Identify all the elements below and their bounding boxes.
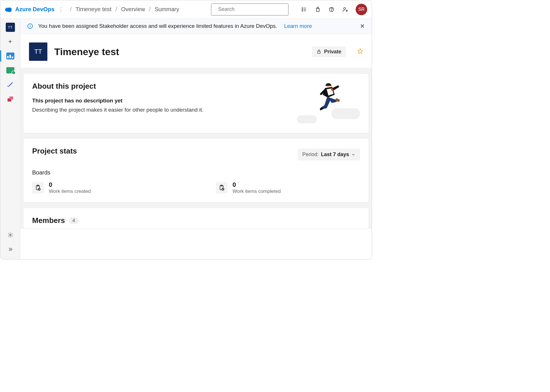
brand-link[interactable]: Azure DevOps: [15, 6, 55, 13]
breadcrumb-page[interactable]: Summary: [155, 6, 179, 13]
top-bar: Azure DevOps ⋮ / Timeneye test / Overvie…: [0, 0, 372, 19]
about-no-desc-title: This project has no description yet: [32, 98, 204, 104]
clipboard-check-icon: [216, 182, 227, 193]
svg-line-1: [215, 9, 215, 10]
sidebar-settings-button[interactable]: [6, 230, 15, 240]
stat-work-items-completed: 0 Work items completed: [216, 181, 281, 194]
user-avatar[interactable]: SR: [356, 4, 367, 15]
sidebar-project-tile[interactable]: TT: [6, 23, 15, 32]
azure-devops-logo-icon[interactable]: [5, 6, 12, 13]
svg-rect-13: [9, 96, 13, 100]
visibility-chip[interactable]: Private: [312, 46, 346, 57]
sidebar-item-pipelines[interactable]: [6, 80, 15, 89]
breadcrumb-project[interactable]: Timeneye test: [75, 6, 111, 13]
svg-point-4: [302, 9, 303, 10]
svg-point-17: [30, 25, 30, 25]
breadcrumb-separator: /: [149, 6, 151, 13]
marketplace-icon[interactable]: [314, 6, 321, 13]
breadcrumb: / Timeneye test / Overview / Summary: [70, 6, 179, 13]
about-hint: Describing the project makes it easier f…: [32, 107, 204, 113]
svg-point-0: [215, 9, 215, 9]
stats-heading: Project stats: [32, 147, 77, 156]
sidebar-item-artifacts[interactable]: [6, 94, 15, 104]
about-heading: About this project: [32, 82, 204, 91]
sidebar-expand-button[interactable]: [6, 245, 15, 254]
chevron-double-right-icon: [8, 247, 13, 252]
about-illustration: [294, 82, 360, 125]
boards-icon: ✓: [6, 67, 14, 73]
stat-label: Work items created: [49, 189, 91, 194]
period-dropdown[interactable]: Period: Last 7 days: [298, 149, 360, 160]
overview-icon: [6, 53, 14, 59]
svg-point-6: [302, 10, 303, 11]
clipboard-plus-icon: [32, 182, 44, 193]
breadcrumb-separator: /: [115, 6, 117, 13]
user-settings-icon[interactable]: [342, 6, 349, 13]
info-banner: You have been assigned Stakeholder acces…: [20, 19, 372, 34]
project-header: TT Timeneye test Private: [20, 34, 372, 68]
search-icon: [215, 7, 215, 12]
members-count-badge: 4: [69, 217, 78, 224]
period-value: Last 7 days: [321, 152, 349, 158]
help-icon[interactable]: [328, 6, 335, 13]
sidebar-item-overview[interactable]: [6, 51, 15, 61]
lock-icon: [317, 49, 321, 54]
breadcrumb-separator: /: [70, 6, 72, 13]
chevron-down-icon: [351, 153, 355, 157]
project-avatar: TT: [29, 42, 47, 61]
star-icon: [357, 48, 363, 54]
sidebar-item-boards[interactable]: ✓: [6, 66, 15, 75]
favorite-star-button[interactable]: [357, 48, 363, 55]
period-label: Period:: [302, 152, 319, 158]
visibility-label: Private: [324, 49, 341, 55]
svg-point-2: [302, 7, 303, 8]
project-title: Timeneye test: [54, 46, 119, 57]
about-card: About this project This project has no d…: [23, 73, 369, 133]
stat-work-items-created: 0 Work items created: [32, 181, 193, 194]
left-sidebar: TT + ✓: [0, 19, 20, 259]
stat-value: 0: [233, 181, 281, 189]
stat-value: 0: [49, 181, 91, 189]
search-input[interactable]: [218, 6, 285, 12]
artifacts-icon: [7, 95, 14, 103]
stat-label: Work items completed: [233, 189, 281, 194]
members-card: Members 4: [23, 208, 369, 229]
sidebar-new-button[interactable]: +: [6, 37, 15, 46]
banner-close-button[interactable]: ✕: [360, 23, 365, 30]
search-box[interactable]: [211, 3, 288, 15]
breadcrumb-section[interactable]: Overview: [121, 6, 145, 13]
members-heading: Members: [32, 216, 65, 225]
main-content: You have been assigned Stakeholder acces…: [20, 19, 372, 259]
info-icon: [27, 23, 33, 29]
svg-point-9: [331, 10, 332, 11]
top-actions: SR: [301, 4, 367, 15]
banner-text: You have been assigned Stakeholder acces…: [38, 23, 277, 29]
boards-subheading: Boards: [32, 169, 360, 176]
more-menu-icon[interactable]: ⋮: [58, 6, 64, 13]
work-items-icon[interactable]: [301, 6, 307, 13]
stats-card: Project stats Period: Last 7 days Boards: [23, 138, 369, 203]
gear-icon: [7, 232, 13, 238]
svg-point-14: [9, 234, 11, 236]
rocket-icon: [6, 81, 14, 89]
svg-point-10: [344, 7, 346, 9]
banner-learn-more-link[interactable]: Learn more: [284, 23, 312, 29]
svg-rect-18: [317, 51, 320, 53]
person-jumping-icon: [311, 82, 343, 116]
